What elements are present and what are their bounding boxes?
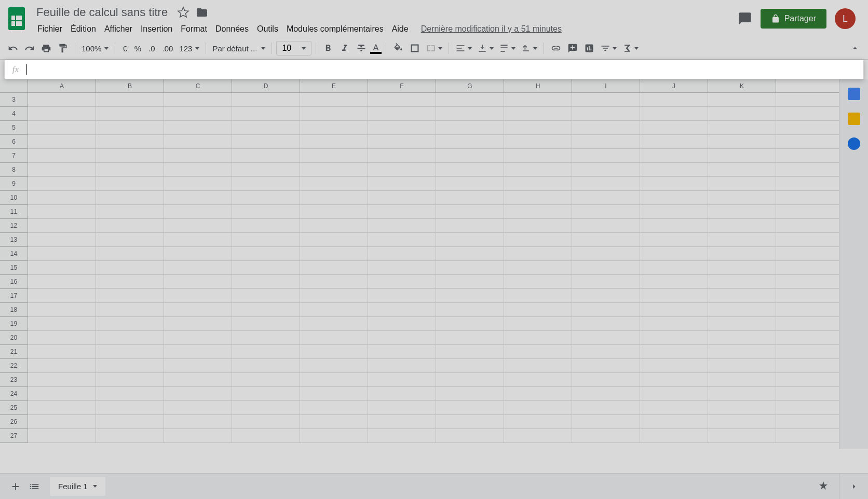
cell[interactable] [708, 121, 776, 134]
cell[interactable] [504, 177, 572, 190]
cell[interactable] [300, 317, 368, 330]
row-header[interactable]: 5 [0, 121, 28, 135]
cell[interactable] [164, 331, 232, 344]
cell[interactable] [300, 331, 368, 344]
cell[interactable] [708, 219, 776, 232]
cell[interactable] [232, 289, 300, 302]
cell[interactable] [640, 205, 708, 218]
cell[interactable] [96, 177, 164, 190]
keep-icon[interactable] [848, 113, 860, 125]
cell[interactable] [28, 401, 96, 414]
cell[interactable] [708, 429, 776, 442]
row-header[interactable]: 10 [0, 191, 28, 205]
cell[interactable] [640, 373, 708, 386]
cell[interactable] [164, 205, 232, 218]
cell[interactable] [708, 303, 776, 316]
cell[interactable] [572, 149, 640, 162]
font-family-select[interactable]: Par défaut ... [210, 44, 267, 53]
cell[interactable] [708, 387, 776, 400]
borders-button[interactable] [407, 40, 423, 56]
column-header[interactable]: K [708, 79, 776, 92]
cell[interactable] [96, 415, 164, 428]
column-header[interactable]: I [572, 79, 640, 92]
cell[interactable] [232, 303, 300, 316]
cell[interactable] [368, 107, 436, 120]
cell[interactable] [572, 373, 640, 386]
cell[interactable] [504, 191, 572, 204]
column-header[interactable]: D [232, 79, 300, 92]
row-header[interactable]: 11 [0, 205, 28, 219]
cell[interactable] [300, 303, 368, 316]
cell[interactable] [28, 415, 96, 428]
cell[interactable] [640, 219, 708, 232]
cell[interactable] [368, 289, 436, 302]
cell[interactable] [164, 107, 232, 120]
cell[interactable] [96, 317, 164, 330]
cell[interactable] [572, 107, 640, 120]
italic-button[interactable] [337, 40, 352, 56]
cell[interactable] [572, 191, 640, 204]
cell[interactable] [164, 247, 232, 260]
cell[interactable] [436, 373, 504, 386]
cell[interactable] [300, 247, 368, 260]
cell[interactable] [164, 177, 232, 190]
cell[interactable] [504, 219, 572, 232]
cell[interactable] [436, 93, 504, 106]
cell[interactable] [708, 345, 776, 358]
share-button[interactable]: Partager [761, 9, 826, 29]
cell[interactable] [28, 429, 96, 442]
row-header[interactable]: 19 [0, 317, 28, 331]
sheet-tab[interactable]: Feuille 1 [50, 477, 105, 496]
cell[interactable] [572, 177, 640, 190]
row-header[interactable]: 16 [0, 275, 28, 289]
menu-aide[interactable]: Aide [388, 22, 413, 36]
cell[interactable] [572, 135, 640, 148]
increase-decimal-button[interactable]: .00 [159, 44, 177, 53]
sheet-tab-menu-icon[interactable] [93, 485, 97, 488]
row-header[interactable]: 8 [0, 163, 28, 177]
cell[interactable] [96, 135, 164, 148]
cell[interactable] [164, 233, 232, 246]
cell[interactable] [96, 345, 164, 358]
decrease-decimal-button[interactable]: .0 [145, 44, 158, 53]
percent-button[interactable]: % [131, 44, 144, 53]
cell[interactable] [436, 191, 504, 204]
cell[interactable] [368, 317, 436, 330]
cell[interactable] [232, 93, 300, 106]
cell[interactable] [436, 345, 504, 358]
cell[interactable] [300, 289, 368, 302]
cell[interactable] [640, 135, 708, 148]
cell[interactable] [164, 345, 232, 358]
cell[interactable] [504, 93, 572, 106]
cell[interactable] [232, 191, 300, 204]
cell[interactable] [504, 121, 572, 134]
cell[interactable] [504, 303, 572, 316]
cell[interactable] [368, 247, 436, 260]
row-header[interactable]: 27 [0, 429, 28, 443]
cell[interactable] [436, 149, 504, 162]
cell[interactable] [164, 373, 232, 386]
cell[interactable] [28, 373, 96, 386]
cell[interactable] [436, 359, 504, 372]
functions-button[interactable] [620, 43, 641, 53]
cell[interactable] [504, 317, 572, 330]
row-header[interactable]: 26 [0, 415, 28, 429]
cell[interactable] [96, 219, 164, 232]
cell[interactable] [368, 93, 436, 106]
cell[interactable] [28, 107, 96, 120]
cell[interactable] [504, 233, 572, 246]
cell[interactable] [232, 177, 300, 190]
cell[interactable] [368, 191, 436, 204]
cell[interactable] [96, 289, 164, 302]
text-rotation-button[interactable] [519, 43, 539, 53]
cell[interactable] [232, 345, 300, 358]
cell[interactable] [572, 205, 640, 218]
cell[interactable] [436, 317, 504, 330]
cell[interactable] [164, 219, 232, 232]
cell[interactable] [640, 345, 708, 358]
cell[interactable] [572, 303, 640, 316]
row-header[interactable]: 18 [0, 303, 28, 317]
cell[interactable] [368, 345, 436, 358]
cell[interactable] [504, 359, 572, 372]
cell[interactable] [232, 401, 300, 414]
